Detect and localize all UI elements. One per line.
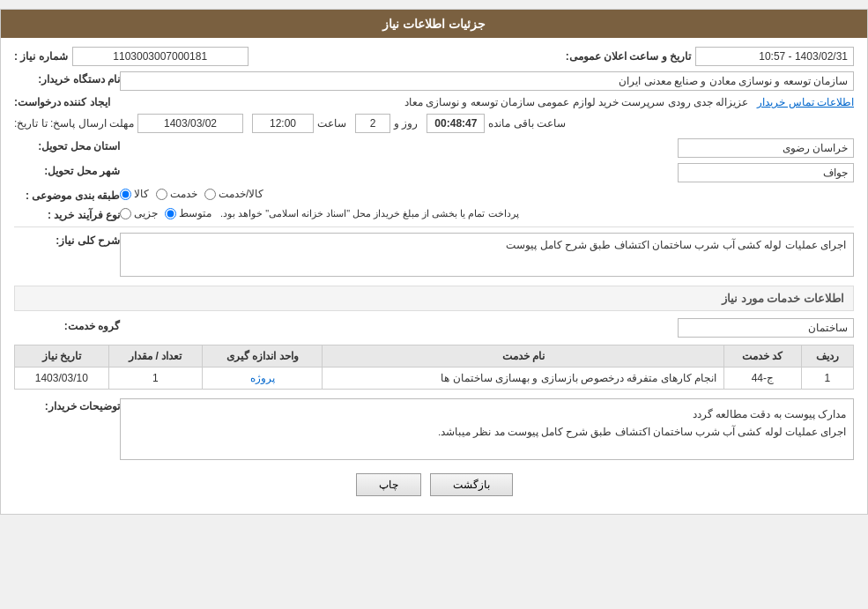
city-row: جواف شهر محل تحویل:	[14, 163, 854, 182]
requester-value: عزیزاله جدی رودی سرپرست خرید لوازم عمومی…	[115, 96, 753, 108]
separator-1	[14, 227, 854, 227]
col-header-quantity: تعداد / مقدار	[108, 345, 202, 368]
purchase-type-radio-jozii[interactable]: جزیی	[120, 207, 158, 219]
print-button[interactable]: چاپ	[356, 473, 421, 496]
buyer-notes-box: مدارک پیوست به دقت مطالعه گردداجرای عملی…	[120, 398, 854, 460]
province-value: خراسان رضوی	[678, 138, 854, 158]
category-row: کالا/خدمت خدمت کالا طبقه بندی موضوعی :	[14, 188, 854, 202]
cell-name: انجام کارهای متفرقه درخصوص بازسازی و بهس…	[323, 368, 724, 390]
deadline-label: مهلت ارسال پاسخ: تا تاریخ:	[14, 117, 134, 130]
table-body: 1 ج-44 انجام کارهای متفرقه درخصوص بازساز…	[15, 368, 854, 390]
deadline-days-label: روز و	[394, 117, 418, 130]
province-label: استان محل تحویل:	[14, 138, 120, 152]
purchase-type-row: پرداخت تمام یا بخشی از مبلغ خریداز محل "…	[14, 207, 854, 221]
services-section-label: اطلاعات خدمات مورد نیاز	[722, 292, 844, 305]
countdown-value: 00:48:47	[427, 114, 485, 133]
cell-quantity: 1	[108, 368, 202, 390]
purchase-type-radio-motavaset-input[interactable]	[165, 208, 176, 219]
table-row: 1 ج-44 انجام کارهای متفرقه درخصوص بازساز…	[15, 368, 854, 390]
contact-link[interactable]: اطلاعات تماس خریدار	[757, 96, 854, 108]
category-radio-khadamat-input[interactable]	[156, 189, 167, 200]
buyer-org-label: نام دستگاه خریدار:	[14, 71, 120, 85]
countdown-label: ساعت باقی مانده	[488, 117, 566, 130]
time-group: ساعت 12:00	[252, 114, 346, 133]
cell-unit: پروژه	[203, 368, 323, 390]
requester-label: ایجاد کننده درخواست:	[14, 96, 110, 108]
top-row: 1403/02/31 - 10:57 تاریخ و ساعت اعلان عم…	[14, 47, 854, 66]
purchase-type-radio-jozii-input[interactable]	[120, 208, 131, 219]
col-header-date: تاریخ نیاز	[15, 345, 109, 368]
col-header-unit: واحد اندازه گیری	[203, 345, 323, 368]
category-radio-kala[interactable]: کالا	[120, 188, 149, 200]
table-header-row: ردیف کد خدمت نام خدمت واحد اندازه گیری ت…	[15, 345, 854, 368]
description-box: اجرای عملیات لوله کشی آب شرب ساختمان اکت…	[120, 233, 854, 277]
purchase-type-radio-group: متوسط جزیی	[120, 207, 211, 219]
date-group: 1403/03/02 مهلت ارسال پاسخ: تا تاریخ:	[14, 114, 243, 133]
purchase-note: پرداخت تمام یا بخشی از مبلغ خریداز محل "…	[220, 208, 519, 219]
days-group: روز و 2	[355, 114, 418, 133]
countdown-group: ساعت باقی مانده 00:48:47	[427, 114, 566, 133]
page-header: جزئیات اطلاعات نیاز	[1, 10, 867, 38]
city-label: شهر محل تحویل:	[14, 163, 120, 177]
main-content: 1403/02/31 - 10:57 تاریخ و ساعت اعلان عم…	[1, 38, 867, 514]
need-number-label: شماره نیاز :	[14, 50, 68, 63]
category-radio-group: کالا/خدمت خدمت کالا	[120, 188, 854, 200]
description-val: اجرای عملیات لوله کشی آب شرب ساختمان اکت…	[120, 233, 854, 277]
announcement-cell: 1403/02/31 - 10:57 تاریخ و ساعت اعلان عم…	[566, 47, 854, 66]
deadline-date-value: 1403/03/02	[137, 114, 243, 133]
city-value: جواف	[678, 163, 854, 182]
province-row: خراسان رضوی استان محل تحویل:	[14, 138, 854, 158]
deadline-row: ساعت باقی مانده 00:48:47 روز و 2 ساعت 12…	[14, 114, 854, 133]
category-radio-khadamat[interactable]: خدمت	[156, 188, 197, 200]
buyer-notes-value: مدارک پیوست به دقت مطالعه گردداجرای عملی…	[438, 409, 846, 437]
buyer-notes-label: توضیحات خریدار:	[14, 398, 120, 412]
buyer-org-cell: سازمان توسعه و نوسازی معادن و صنایع معدن…	[120, 71, 854, 91]
col-header-code: کد خدمت	[724, 345, 802, 368]
deadline-days-value: 2	[355, 114, 390, 133]
purchase-type-val: پرداخت تمام یا بخشی از مبلغ خریداز محل "…	[120, 207, 854, 219]
description-label: شرح کلی نیاز:	[14, 233, 120, 247]
col-header-name: نام خدمت	[323, 345, 724, 368]
deadline-time-value: 12:00	[252, 114, 314, 133]
services-table-section: ردیف کد خدمت نام خدمت واحد اندازه گیری ت…	[14, 345, 854, 390]
service-group-value: ساختمان	[678, 318, 854, 338]
need-number-cell: 1103003007000181 شماره نیاز :	[14, 47, 249, 66]
cell-row-num: 1	[801, 368, 853, 390]
service-group-row: ساختمان گروه خدمت:	[14, 318, 854, 338]
buyer-notes-val: مدارک پیوست به دقت مطالعه گردداجرای عملی…	[120, 398, 854, 460]
category-val: کالا/خدمت خدمت کالا	[120, 188, 854, 200]
services-table: ردیف کد خدمت نام خدمت واحد اندازه گیری ت…	[14, 345, 854, 390]
purchase-type-radio-motavaset[interactable]: متوسط	[165, 207, 211, 219]
city-val: جواف	[120, 163, 854, 182]
buyer-org-value: سازمان توسعه و نوسازی معادن و صنایع معدن…	[120, 71, 854, 91]
col-header-row-num: ردیف	[801, 345, 853, 368]
service-group-label: گروه خدمت:	[14, 318, 120, 332]
category-radio-kala-khadamat-input[interactable]	[204, 189, 216, 200]
description-row: اجرای عملیات لوله کشی آب شرب ساختمان اکت…	[14, 233, 854, 277]
need-number-value: 1103003007000181	[72, 47, 249, 66]
buyer-org-row: سازمان توسعه و نوسازی معادن و صنایع معدن…	[14, 71, 854, 91]
category-radio-kala-khadamat[interactable]: کالا/خدمت	[204, 188, 263, 200]
service-group-val: ساختمان	[120, 318, 854, 338]
deadline-time-label: ساعت	[317, 117, 346, 130]
cell-date: 1403/03/10	[15, 368, 109, 390]
category-radio-kala-input[interactable]	[120, 189, 131, 200]
cell-code: ج-44	[724, 368, 802, 390]
announcement-value: 1403/02/31 - 10:57	[695, 47, 854, 66]
category-label: طبقه بندی موضوعی :	[14, 188, 120, 202]
province-val: خراسان رضوی	[120, 138, 854, 158]
purchase-type-label: نوع فرآیند خرید :	[14, 207, 120, 221]
announcement-label: تاریخ و ساعت اعلان عمومی:	[566, 50, 691, 63]
bottom-buttons: بازگشت چاپ	[14, 473, 854, 496]
table-head: ردیف کد خدمت نام خدمت واحد اندازه گیری ت…	[15, 345, 854, 368]
requester-row: اطلاعات تماس خریدار عزیزاله جدی رودی سرپ…	[14, 96, 854, 108]
page-container: جزئیات اطلاعات نیاز 1403/02/31 - 10:57 ت…	[0, 9, 868, 515]
description-value: اجرای عملیات لوله کشی آب شرب ساختمان اکت…	[506, 239, 846, 251]
back-button[interactable]: بازگشت	[430, 473, 513, 496]
services-section-header: اطلاعات خدمات مورد نیاز	[14, 286, 854, 311]
buyer-notes-row: مدارک پیوست به دقت مطالعه گردداجرای عملی…	[14, 398, 854, 460]
page-title: جزئیات اطلاعات نیاز	[382, 17, 486, 31]
